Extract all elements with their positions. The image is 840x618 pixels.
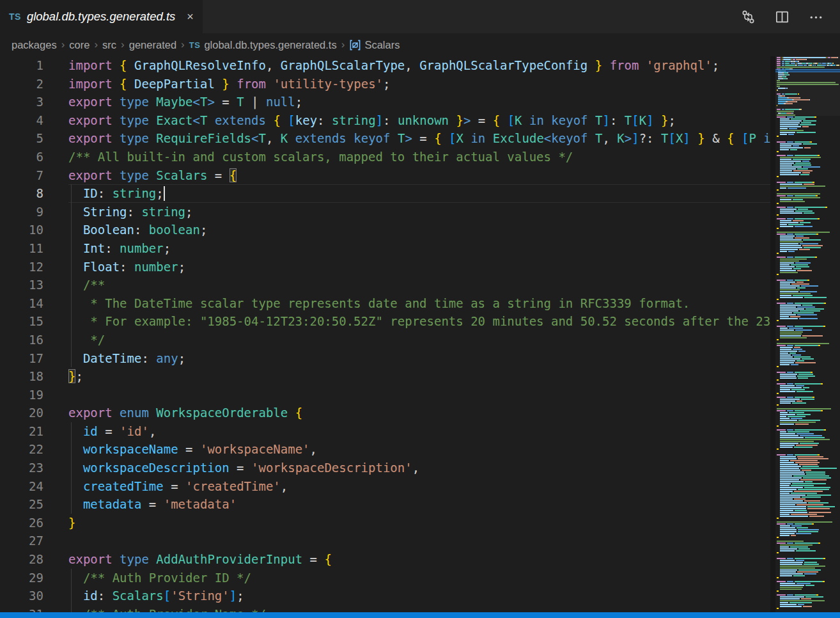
minimap[interactable] <box>775 56 840 612</box>
code-line[interactable]: 26} <box>0 514 770 532</box>
code-token <box>149 131 156 145</box>
code-token: X <box>456 131 463 145</box>
code-token <box>544 113 551 127</box>
code-line[interactable]: 8 ID: string; <box>0 184 770 203</box>
code-token: ] <box>229 589 237 603</box>
code-line[interactable]: 17 DateTime: any; <box>0 349 770 368</box>
more-actions-button[interactable] <box>809 10 823 24</box>
code-line[interactable]: 10 Boolean: boolean; <box>0 221 770 239</box>
ellipsis-icon <box>809 10 823 24</box>
code-line[interactable]: 6/** All built-in and custom scalars, ma… <box>0 148 770 166</box>
code-token <box>113 406 120 420</box>
code-token: ] <box>632 131 639 145</box>
code-line[interactable]: 4export type Exact<T extends { [key: str… <box>0 111 770 130</box>
tab-close-icon[interactable]: × <box>184 9 196 25</box>
code-token: } <box>661 113 668 127</box>
code-line[interactable]: 14 * The DateTime scalar type represents… <box>0 294 770 313</box>
code-token: keyof <box>354 131 390 145</box>
code-line[interactable]: 25 metadata = 'metadata' <box>0 495 770 514</box>
breadcrumb-label: core <box>69 39 89 51</box>
code-token: = <box>164 479 185 493</box>
code-line[interactable]: 7export type Scalars = { <box>0 166 770 185</box>
code-line[interactable]: 12 Float: number; <box>0 258 770 276</box>
breadcrumb-label: packages <box>12 39 57 51</box>
line-number: 30 <box>0 587 43 605</box>
breadcrumb-item-packages[interactable]: packages <box>12 39 57 51</box>
code-token <box>229 77 237 91</box>
code-token <box>288 131 295 145</box>
code-token: export <box>68 406 113 420</box>
code-token <box>127 58 134 72</box>
breadcrumb-item-scalars[interactable]: Scalars <box>349 39 400 51</box>
code-line[interactable]: 23 workspaceDescription = 'workspaceDesc… <box>0 459 770 477</box>
open-changes-button[interactable] <box>741 10 756 24</box>
code-token: workspaceName <box>83 442 178 456</box>
chevron-right-icon: › <box>61 38 65 51</box>
breadcrumb-item-global-db-types-generated-ts[interactable]: TSglobal.db.types.generated.ts <box>189 39 337 51</box>
code-token <box>149 113 156 127</box>
code-token: WorkspaceOrderable <box>156 406 288 420</box>
code-token: /** <box>68 278 105 292</box>
breadcrumb-item-core[interactable]: core <box>69 39 89 51</box>
code-token: type <box>120 113 149 127</box>
code-token: ; <box>237 589 244 603</box>
code-line[interactable]: 2import { DeepPartial } from 'utility-ty… <box>0 75 770 93</box>
code-line[interactable]: 28export type AddAuthProviderInput = { <box>0 550 770 569</box>
code-line[interactable]: 30 id: Scalars['String']; <box>0 587 770 605</box>
code-token: String <box>83 205 127 219</box>
code-token: DeepPartial <box>134 77 215 91</box>
code-line[interactable]: 21 id = 'id', <box>0 422 770 441</box>
minimap-slider[interactable] <box>775 56 840 116</box>
breadcrumb-item-generated[interactable]: generated <box>129 39 176 51</box>
code-line[interactable]: 29 /** Auth Provider ID */ <box>0 569 770 587</box>
code-token: from <box>610 58 639 72</box>
code-token <box>588 113 595 127</box>
code-line[interactable]: 22 workspaceName = 'workspaceName', <box>0 440 770 459</box>
code-line[interactable]: 15 * For example: "1985-04-12T23:20:50.5… <box>0 312 770 331</box>
code-editor[interactable]: 1import { GraphQLResolveInfo, GraphQLSca… <box>0 56 770 612</box>
code-line[interactable]: 11 Int: number; <box>0 239 770 258</box>
code-token: Maybe <box>156 95 192 109</box>
code-token: ; <box>164 241 171 255</box>
code-token: export <box>68 95 113 109</box>
code-token: keyof <box>551 113 587 127</box>
indent-guide <box>71 605 72 612</box>
code-token: } <box>595 58 602 72</box>
code-token: in <box>763 131 770 145</box>
code-line[interactable]: 20export enum WorkspaceOrderable { <box>0 404 770 422</box>
code-token: 'graphql' <box>646 58 712 72</box>
code-token: /** All built-in and custom scalars, map… <box>68 150 573 164</box>
code-line[interactable]: 18}; <box>0 367 770 386</box>
code-line[interactable]: 5export type RequireFields<T, K extends … <box>0 129 770 148</box>
code-line[interactable]: 31 /** Auth Provider Name */ <box>0 605 770 612</box>
code-line[interactable]: 3export type Maybe<T> = T | null; <box>0 93 770 111</box>
code-token: /** Auth Provider ID */ <box>68 571 251 585</box>
split-editor-button[interactable] <box>775 10 789 24</box>
code-line[interactable]: 16 */ <box>0 331 770 349</box>
code-token <box>113 168 120 182</box>
tab-global-db-types[interactable]: TS global.db.types.generated.ts × <box>0 0 203 33</box>
tab-bar: TS global.db.types.generated.ts × <box>0 0 840 33</box>
indent-guide <box>71 203 72 221</box>
code-line[interactable]: 13 /** <box>0 276 770 294</box>
code-line-text: id = 'id', <box>68 422 770 441</box>
code-token <box>346 131 354 145</box>
code-line[interactable]: 9 String: string; <box>0 203 770 221</box>
code-line[interactable]: 1import { GraphQLResolveInfo, GraphQLSca… <box>0 56 770 75</box>
code-line-text: /** <box>68 276 770 294</box>
code-token: ; <box>178 351 185 365</box>
code-line-text: export type AddAuthProviderInput = { <box>68 550 770 569</box>
code-token <box>602 58 609 72</box>
code-token: { <box>727 131 734 145</box>
code-token <box>149 168 156 182</box>
code-line[interactable]: 19 <box>0 386 770 404</box>
code-token: from <box>237 77 266 91</box>
indent-guide <box>71 422 72 441</box>
code-token: GraphQLScalarTypeConfig <box>419 58 587 72</box>
indent-guide <box>71 239 72 258</box>
line-number: 3 <box>0 93 43 111</box>
code-line[interactable]: 24 createdTime = 'createdTime', <box>0 477 770 496</box>
code-token: > <box>405 131 412 145</box>
code-line[interactable]: 27 <box>0 532 770 550</box>
breadcrumb-item-src[interactable]: src <box>102 39 116 51</box>
